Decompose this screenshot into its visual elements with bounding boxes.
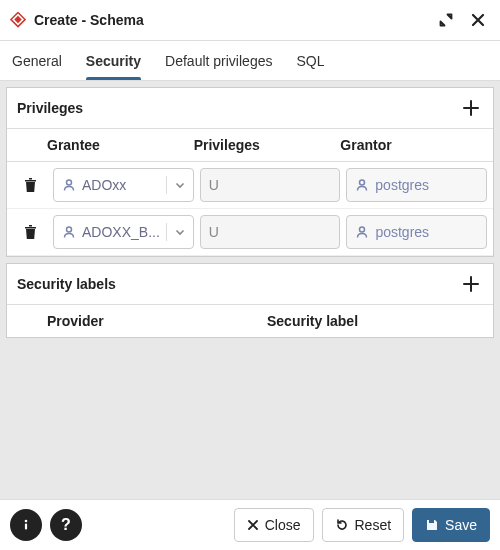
svg-point-3 <box>360 180 365 185</box>
privileges-value: U <box>209 177 219 193</box>
col-provider: Provider <box>47 313 267 329</box>
privileges-header: Privileges <box>7 88 493 129</box>
add-privilege-button[interactable] <box>459 96 483 120</box>
privileges-input[interactable]: U <box>200 215 341 249</box>
svg-point-5 <box>360 227 365 232</box>
close-icon <box>247 519 259 531</box>
user-icon <box>355 225 369 239</box>
user-icon <box>355 178 369 192</box>
security-labels-title: Security labels <box>17 276 116 292</box>
col-privileges: Privileges <box>194 137 341 153</box>
reset-button[interactable]: Reset <box>322 508 405 542</box>
privileges-title: Privileges <box>17 100 83 116</box>
footer: ? Close Reset Save <box>0 499 500 550</box>
tab-general[interactable]: General <box>12 43 62 79</box>
security-labels-header: Security labels <box>7 264 493 305</box>
grantor-value: postgres <box>375 224 429 240</box>
privileges-input[interactable]: U <box>200 168 341 202</box>
reset-icon <box>335 518 349 532</box>
info-button[interactable] <box>10 509 42 541</box>
grantee-value: ADOXX_B... <box>82 224 160 240</box>
save-icon <box>425 518 439 532</box>
user-icon <box>62 178 76 192</box>
col-grantee: Grantee <box>47 137 194 153</box>
grantee-select[interactable]: ADOXX_B... <box>53 215 194 249</box>
content-area: Privileges Grantee Privileges Grantor AD… <box>0 81 500 499</box>
svg-point-6 <box>25 520 28 523</box>
svg-point-2 <box>67 180 72 185</box>
col-grantor: Grantor <box>340 137 487 153</box>
close-label: Close <box>265 517 301 533</box>
tab-default-privileges[interactable]: Default privileges <box>165 43 272 79</box>
privilege-row: ADOXX_B... U postgres <box>7 209 493 256</box>
close-button[interactable]: Close <box>234 508 314 542</box>
grantor-field: postgres <box>346 215 487 249</box>
chevron-down-icon <box>173 225 187 239</box>
titlebar: Create - Schema <box>0 0 500 41</box>
info-icon <box>19 518 33 532</box>
privileges-panel: Privileges Grantee Privileges Grantor AD… <box>6 87 494 257</box>
svg-rect-7 <box>25 524 27 530</box>
privileges-value: U <box>209 224 219 240</box>
svg-rect-1 <box>14 16 21 23</box>
help-icon: ? <box>61 516 71 534</box>
grantee-value: ADOxx <box>82 177 160 193</box>
help-button[interactable]: ? <box>50 509 82 541</box>
grantor-value: postgres <box>375 177 429 193</box>
tab-sql[interactable]: SQL <box>296 43 324 79</box>
svg-point-4 <box>67 227 72 232</box>
expand-icon[interactable] <box>434 8 458 32</box>
grantor-field: postgres <box>346 168 487 202</box>
delete-row-button[interactable] <box>13 177 47 193</box>
tab-bar: General Security Default privileges SQL <box>0 41 500 81</box>
col-security-label: Security label <box>267 313 487 329</box>
save-label: Save <box>445 517 477 533</box>
grantee-select[interactable]: ADOxx <box>53 168 194 202</box>
privileges-columns: Grantee Privileges Grantor <box>7 129 493 162</box>
save-button[interactable]: Save <box>412 508 490 542</box>
privilege-row: ADOxx U postgres <box>7 162 493 209</box>
security-labels-columns: Provider Security label <box>7 305 493 337</box>
window-title: Create - Schema <box>34 12 426 28</box>
reset-label: Reset <box>355 517 392 533</box>
security-labels-panel: Security labels Provider Security label <box>6 263 494 338</box>
close-icon[interactable] <box>466 8 490 32</box>
tab-security[interactable]: Security <box>86 43 141 79</box>
app-logo-icon <box>10 12 26 28</box>
add-security-label-button[interactable] <box>459 272 483 296</box>
chevron-down-icon <box>173 178 187 192</box>
delete-row-button[interactable] <box>13 224 47 240</box>
user-icon <box>62 225 76 239</box>
